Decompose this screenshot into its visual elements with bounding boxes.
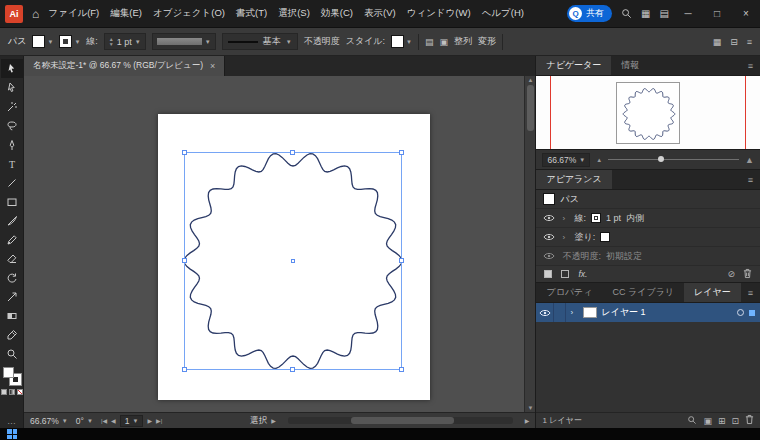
tab-navigator[interactable]: ナビゲーター [536, 56, 611, 75]
scroll-down-icon[interactable]: ▼ [527, 405, 533, 411]
selection-handle-e[interactable] [399, 258, 404, 263]
visibility-eye-icon[interactable] [543, 233, 557, 241]
status-options-icon[interactable]: ▶ [271, 417, 276, 424]
brush-definition-dropdown[interactable]: 基本▼ [222, 33, 298, 50]
stepper-arrows-icon[interactable]: ▲▼ [109, 37, 114, 47]
add-new-fill-icon[interactable] [561, 270, 569, 278]
delete-icon[interactable] [743, 268, 752, 281]
layer-selection-indicator[interactable] [749, 310, 755, 316]
zoom-tool-icon[interactable] [1, 344, 23, 363]
panel-menu-icon[interactable]: ≡ [741, 170, 760, 189]
edit-toolbar-icon[interactable]: … [7, 417, 16, 426]
layer-lock-cell[interactable] [554, 303, 566, 322]
tab-cc-libraries[interactable]: CC ライブラリ [603, 283, 685, 302]
selection-center-point[interactable] [291, 259, 295, 263]
new-layer-icon[interactable]: ⊡ [731, 416, 739, 426]
stroke-weight-input[interactable]: ▲▼ 1 pt ▼ [104, 33, 146, 50]
appearance-opacity-row[interactable]: 不透明度: 初期設定 [536, 247, 760, 266]
fill-stroke-swatches[interactable] [3, 367, 21, 385]
shape-properties-icon[interactable]: ▦ [713, 37, 722, 47]
rotate-tool-icon[interactable] [1, 268, 23, 287]
fill-color-picker[interactable]: ▼ [32, 35, 53, 48]
visibility-eye-icon[interactable] [543, 214, 557, 222]
tab-layers[interactable]: レイヤー [684, 283, 741, 302]
opacity-row-value[interactable]: 初期設定 [606, 250, 642, 263]
selection-bounding-box[interactable] [184, 152, 402, 370]
none-mode-icon[interactable] [17, 389, 23, 395]
menu-select[interactable]: 選択(S) [278, 7, 310, 20]
navigator-view-rectangle[interactable] [550, 76, 746, 150]
layer-visibility-eye-icon[interactable] [536, 303, 554, 322]
rotation-dropdown[interactable]: 0°▼ [76, 416, 93, 426]
selection-handle-nw[interactable] [182, 150, 187, 155]
next-artboard-icon[interactable]: ▶ [147, 417, 152, 424]
transform-panel-button[interactable]: 変形 [478, 35, 496, 48]
menu-edit[interactable]: 編集(E) [110, 7, 142, 20]
tab-info[interactable]: 情報 [611, 56, 649, 75]
arrange-documents-icon[interactable]: ▦ [641, 8, 650, 19]
paintbrush-tool-icon[interactable] [1, 211, 23, 230]
type-tool-icon[interactable]: T [1, 154, 23, 173]
line-segment-tool-icon[interactable] [1, 173, 23, 192]
pencil-tool-icon[interactable] [1, 230, 23, 249]
panel-menu-icon[interactable]: ≡ [741, 56, 760, 75]
new-sublayer-icon[interactable]: ⊞ [718, 416, 726, 426]
tab-properties[interactable]: プロパティ [536, 283, 602, 302]
tab-close-icon[interactable]: × [210, 61, 215, 71]
make-clipping-mask-icon[interactable]: ▣ [703, 416, 712, 426]
horizontal-scrollbar[interactable] [288, 417, 513, 424]
clear-appearance-icon[interactable]: ⊘ [727, 269, 735, 279]
last-artboard-icon[interactable]: ▶| [156, 417, 162, 424]
stroke-row-align[interactable]: 内側 [626, 212, 644, 225]
selection-tool-icon[interactable] [1, 59, 23, 78]
home-icon[interactable]: ⌂ [32, 8, 39, 20]
windows-start-icon[interactable] [7, 429, 17, 439]
tab-appearance[interactable]: アピアランス [536, 170, 611, 189]
selection-handle-s[interactable] [290, 367, 295, 372]
panel-dock-icon[interactable]: ⊟ [730, 37, 738, 47]
minimize-icon[interactable]: ─ [678, 8, 698, 19]
artboard-number-dropdown[interactable]: 1▼ [120, 415, 144, 427]
zoom-out-icon[interactable]: ▲ [596, 157, 602, 163]
status-display[interactable]: 選択▶ [250, 415, 276, 427]
selection-handle-ne[interactable] [399, 150, 404, 155]
expand-arrow-icon[interactable]: › [562, 233, 569, 242]
vertical-scroll-thumb[interactable] [527, 85, 534, 131]
menu-effect[interactable]: 効果(C) [321, 7, 353, 20]
app-logo-icon[interactable]: Ai [5, 5, 23, 23]
navigator-preview[interactable] [536, 76, 760, 150]
selection-handle-w[interactable] [182, 258, 187, 263]
gradient-mode-icon[interactable] [9, 389, 15, 395]
graphic-style-dropdown[interactable]: ▼ [391, 35, 412, 48]
maximize-icon[interactable]: □ [707, 8, 727, 19]
zoom-slider[interactable] [608, 159, 739, 160]
zoom-slider-thumb[interactable] [658, 156, 664, 162]
selection-handle-se[interactable] [399, 367, 404, 372]
locate-object-icon[interactable] [687, 415, 697, 427]
appearance-stroke-row[interactable]: › 線: 1 pt 内側 [536, 209, 760, 228]
appearance-target-row[interactable]: パス [536, 190, 760, 209]
eraser-tool-icon[interactable] [1, 249, 23, 268]
stroke-row-weight[interactable]: 1 pt [606, 213, 621, 223]
gradient-tool-icon[interactable] [1, 306, 23, 325]
fill-box-icon[interactable] [3, 367, 14, 378]
canvas[interactable]: ▲ ▼ [24, 76, 535, 412]
stroke-color-picker[interactable]: ▼ [59, 35, 80, 48]
direct-selection-tool-icon[interactable] [1, 78, 23, 97]
layer-name[interactable]: レイヤー 1 [601, 306, 645, 319]
menu-view[interactable]: 表示(V) [364, 7, 396, 20]
align-panel-button[interactable]: 整列 [454, 35, 472, 48]
document-tab[interactable]: 名称未設定-1* @ 66.67 % (RGB/プレビュー) × [24, 56, 225, 76]
close-icon[interactable]: × [736, 8, 756, 19]
magic-wand-tool-icon[interactable] [1, 97, 23, 116]
scroll-right-icon[interactable]: ▶ [525, 417, 530, 424]
workspace-switcher-icon[interactable]: ▤ [660, 8, 669, 19]
opacity-link[interactable]: 不透明度 [304, 35, 340, 48]
layer-target-icon[interactable] [737, 309, 744, 316]
menu-type[interactable]: 書式(T) [236, 7, 267, 20]
artboard[interactable] [158, 114, 430, 400]
fill-row-swatch[interactable] [600, 232, 610, 242]
layer-row[interactable]: › レイヤー 1 [536, 303, 760, 322]
selection-handle-sw[interactable] [182, 367, 187, 372]
expand-arrow-icon[interactable]: › [562, 214, 569, 223]
